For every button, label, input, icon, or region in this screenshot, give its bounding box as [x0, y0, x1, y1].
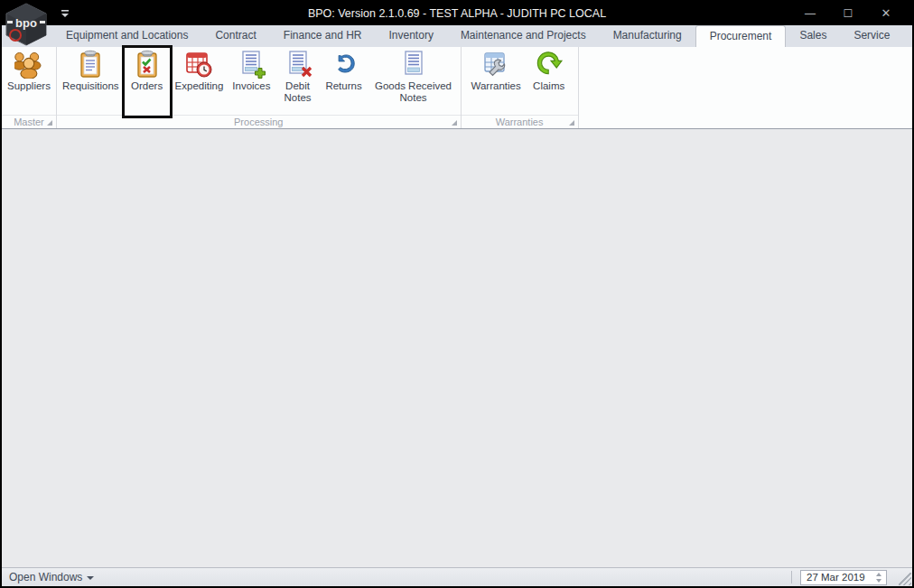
expediting-button[interactable]: Expediting: [171, 47, 228, 115]
debit-notes-button[interactable]: Debit Notes: [275, 47, 321, 115]
goods-received-notes-label: Goods Received Notes: [372, 80, 455, 104]
open-windows-dropdown[interactable]: Open Windows: [9, 571, 94, 583]
suppliers-people-icon: [14, 50, 43, 79]
undo-arrow-icon: [330, 50, 359, 79]
tab-inventory[interactable]: Inventory: [376, 25, 447, 47]
requisitions-button[interactable]: Requisitions: [58, 47, 124, 115]
group-footer-master: Master: [2, 115, 56, 128]
titlebar: BPO: Version 2.1.0.69 - TEST ALPHA - JUD…: [2, 2, 912, 25]
ribbon-group-warranties: Warranties Claims Warranties: [462, 47, 579, 128]
svg-text:bpo: bpo: [15, 16, 37, 30]
window-title: BPO: Version 2.1.0.69 - TEST ALPHA - JUD…: [2, 2, 912, 25]
dialog-launcher-icon[interactable]: [569, 120, 574, 126]
statusbar-separator: [791, 571, 792, 583]
date-value: 27 Mar 2019: [807, 572, 865, 583]
table-wrench-icon: [481, 50, 510, 79]
resize-grip[interactable]: [899, 573, 911, 585]
date-editor[interactable]: 27 Mar 2019: [800, 570, 887, 585]
invoices-button[interactable]: Invoices: [228, 47, 275, 115]
open-windows-label: Open Windows: [9, 571, 82, 583]
goods-received-notes-button[interactable]: Goods Received Notes: [368, 47, 460, 115]
tab-finance-and-hr[interactable]: Finance and HR: [270, 25, 376, 47]
dialog-launcher-icon[interactable]: [452, 120, 457, 126]
requisitions-label: Requisitions: [62, 80, 119, 92]
ribbon-group-master: Suppliers Master: [2, 47, 57, 128]
ribbon: Suppliers Master Requisitions Orders: [2, 47, 912, 129]
returns-button[interactable]: Returns: [321, 47, 368, 115]
tab-manufacturing[interactable]: Manufacturing: [600, 25, 695, 47]
ribbon-group-processing: Requisitions Orders Expediting Invoices …: [57, 47, 462, 128]
document-plus-icon: [237, 50, 266, 79]
calendar-clock-icon: [184, 50, 213, 79]
close-icon[interactable]: ✕: [867, 2, 905, 25]
tab-contract[interactable]: Contract: [201, 25, 269, 47]
spinner-up-icon[interactable]: [876, 573, 881, 576]
dialog-launcher-icon[interactable]: [47, 120, 52, 126]
warranties-label: Warranties: [471, 80, 521, 92]
group-label-warranties: Warranties: [496, 117, 544, 127]
spinner-down-icon[interactable]: [876, 579, 881, 583]
bpo-logo-icon: bpo: [4, 3, 49, 46]
maximize-icon[interactable]: ☐: [829, 2, 867, 25]
invoices-label: Invoices: [232, 80, 270, 92]
date-spinner[interactable]: [873, 571, 884, 584]
orders-button[interactable]: Orders: [124, 47, 171, 115]
document-lines-icon: [399, 50, 428, 79]
tab-procurement[interactable]: Procurement: [695, 25, 787, 47]
main-content-area: [2, 129, 912, 567]
debit-notes-label: Debit Notes: [280, 80, 316, 104]
document-cross-icon: [284, 50, 312, 79]
statusbar: Open Windows 27 Mar 2019: [2, 567, 912, 586]
tab-service[interactable]: Service: [840, 25, 903, 47]
expediting-label: Expediting: [175, 80, 224, 92]
group-label-processing: Processing: [234, 117, 283, 127]
claims-button[interactable]: Claims: [526, 47, 573, 115]
ribbon-tabstrip: Equipment and Locations Contract Finance…: [2, 25, 912, 47]
claims-label: Claims: [533, 80, 564, 92]
warranties-button[interactable]: Warranties: [467, 47, 526, 115]
orders-label: Orders: [131, 80, 163, 92]
refresh-arrow-icon: [535, 50, 564, 79]
suppliers-button[interactable]: Suppliers: [3, 47, 55, 115]
group-label-master: Master: [14, 117, 44, 127]
clipboard-icon: [76, 50, 105, 79]
clipboard-check-cross-icon: [133, 50, 162, 79]
window-controls: — ☐ ✕: [791, 2, 905, 25]
group-footer-warranties: Warranties: [462, 115, 578, 128]
tab-sales[interactable]: Sales: [786, 25, 840, 47]
chevron-down-icon: [87, 576, 94, 580]
app-window: BPO: Version 2.1.0.69 - TEST ALPHA - JUD…: [0, 0, 914, 588]
tab-maintenance-and-projects[interactable]: Maintenance and Projects: [447, 25, 600, 47]
returns-label: Returns: [325, 80, 361, 92]
tab-reporting[interactable]: Reporting: [903, 25, 914, 47]
group-footer-processing: Processing: [57, 115, 461, 128]
minimize-icon[interactable]: —: [791, 2, 829, 25]
tab-equipment-and-locations[interactable]: Equipment and Locations: [52, 25, 201, 47]
suppliers-label: Suppliers: [7, 80, 51, 92]
ribbon-filler: [579, 47, 912, 128]
